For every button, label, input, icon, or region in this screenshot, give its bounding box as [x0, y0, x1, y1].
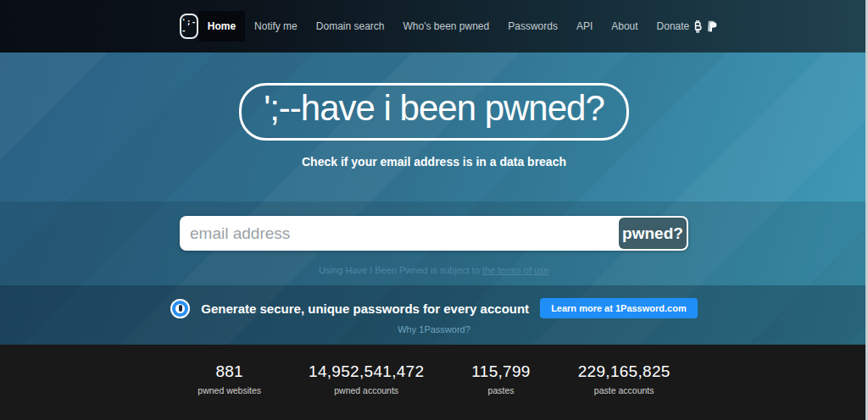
- top-navbar: ';-- Home Notify me Domain search Who's …: [0, 0, 868, 52]
- stat-pwned-websites: 881 pwned websites: [198, 362, 261, 420]
- why-1password-link[interactable]: Why 1Password?: [0, 324, 868, 334]
- nav-item-whos-been-pwned[interactable]: Who's been pwned: [394, 11, 499, 41]
- stats-section: 881 pwned websites 14,952,541,472 pwned …: [0, 345, 868, 420]
- terms-note: Using Have I Been Pwned is subject to th…: [0, 265, 868, 275]
- terms-of-use-link[interactable]: the terms of use: [482, 265, 549, 275]
- paypal-icon: [707, 20, 717, 32]
- stat-value: 881: [198, 362, 261, 381]
- nav-container: ';-- Home Notify me Domain search Who's …: [180, 0, 688, 52]
- stat-label: pwned websites: [198, 385, 261, 395]
- stat-pwned-accounts: 14,952,541,472 pwned accounts: [309, 362, 424, 420]
- stat-pastes: 115,799 pastes: [471, 362, 530, 420]
- stat-value: 229,165,825: [578, 362, 670, 381]
- learn-more-button[interactable]: Learn more at 1Password.com: [540, 298, 698, 318]
- hibp-logo-icon[interactable]: ';--: [180, 14, 198, 39]
- page-title-box: ';--have i been pwned?: [239, 83, 629, 141]
- search-section: pwned? Using Have I Been Pwned is subjec…: [0, 202, 868, 285]
- nav-item-notify-me[interactable]: Notify me: [245, 11, 307, 41]
- email-input[interactable]: [181, 218, 618, 249]
- terms-text: Using Have I Been Pwned is subject to: [319, 265, 482, 275]
- bitcoin-icon: [693, 20, 703, 33]
- pwned-button[interactable]: pwned?: [619, 218, 687, 249]
- stat-paste-accounts: 229,165,825 paste accounts: [578, 362, 670, 420]
- nav-item-api[interactable]: API: [567, 11, 602, 41]
- stat-label: pastes: [471, 385, 530, 395]
- stat-label: paste accounts: [578, 385, 670, 395]
- nav-item-donate[interactable]: Donate: [648, 11, 727, 41]
- stat-value: 115,799: [471, 362, 530, 381]
- hero-section: ';--have i been pwned? Check if your ema…: [0, 52, 868, 202]
- nav-item-passwords[interactable]: Passwords: [498, 11, 567, 41]
- hero-subtitle: Check if your email address is in a data…: [302, 155, 566, 169]
- page-title: ';--have i been pwned?: [264, 88, 604, 129]
- stat-value: 14,952,541,472: [309, 362, 424, 381]
- donate-label: Donate: [657, 11, 690, 41]
- onepassword-promo-section: Generate secure, unique passwords for ev…: [0, 285, 868, 345]
- nav-item-about[interactable]: About: [602, 11, 647, 41]
- main-nav: Home Notify me Domain search Who's been …: [198, 11, 727, 41]
- promo-row: Generate secure, unique passwords for ev…: [0, 298, 868, 318]
- email-search-group: pwned?: [180, 216, 688, 251]
- stat-label: pwned accounts: [309, 385, 424, 395]
- 1password-logo-icon: [170, 299, 190, 318]
- promo-text: Generate secure, unique passwords for ev…: [201, 301, 529, 316]
- logo-text: ';--: [181, 18, 197, 35]
- nav-item-home[interactable]: Home: [198, 11, 245, 41]
- hero-gradient-background: ';--have i been pwned? Check if your ema…: [0, 52, 868, 345]
- nav-item-domain-search[interactable]: Domain search: [307, 11, 394, 41]
